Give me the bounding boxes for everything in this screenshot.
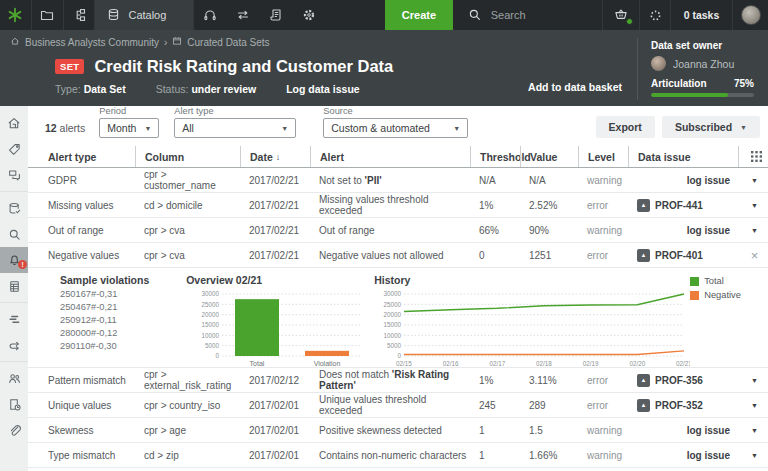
col-header-alert[interactable]: Alert (310, 146, 470, 167)
asset-header: Business Analysts Community › Curated Da… (0, 30, 768, 106)
data-basket-cart-icon[interactable] (602, 0, 639, 30)
row-expand-caret-icon[interactable]: ▼ (738, 202, 762, 209)
folder-icon[interactable] (32, 0, 64, 30)
sidebar-item-alerts[interactable]: ! (0, 247, 28, 273)
breadcrumb-separator: › (164, 37, 167, 48)
home-icon (9, 119, 19, 128)
row-expand-caret-icon[interactable]: ▼ (738, 427, 762, 434)
owner-label: Data set owner (651, 40, 754, 51)
table-row[interactable]: GDPRcpr > customer_name2017/02/21 Not se… (28, 168, 768, 193)
col-header-threshold[interactable]: Threshold (470, 146, 520, 167)
row-expand-caret-icon[interactable]: ▼ (738, 452, 762, 459)
table-row[interactable]: Skewnesscpr > age2017/02/01 Positive ske… (28, 418, 768, 443)
issue-badge[interactable]: ▲PROF-401 (628, 249, 738, 262)
script-log-icon[interactable] (260, 0, 293, 30)
sidebar-item-history-doc[interactable] (0, 391, 28, 417)
sidebar-item-home[interactable] (0, 110, 28, 136)
svg-text:10000: 10000 (384, 332, 402, 339)
row-expand-caret-icon[interactable]: ▼ (738, 227, 762, 234)
log-issue-link[interactable]: log issue (628, 175, 738, 186)
svg-text:Violation: Violation (314, 360, 341, 367)
col-header-level[interactable]: Level (578, 146, 628, 167)
column-settings-grid-icon[interactable] (738, 146, 762, 167)
col-header-alert-type[interactable]: Alert type (48, 146, 135, 167)
create-button[interactable]: Create (385, 0, 453, 30)
chevron-down-icon: ▼ (453, 125, 460, 132)
sidebar-item-tags[interactable] (0, 136, 28, 162)
sidebar-item-workflow-loop[interactable] (0, 332, 28, 358)
tasks-counter[interactable]: 0 tasks (670, 0, 732, 30)
col-header-date[interactable]: Date↓ (240, 146, 310, 167)
close-icon[interactable]: × (738, 249, 762, 262)
row-expand-caret-icon[interactable]: ▼ (738, 377, 762, 384)
alert-type-filter: Alert type All▼ (174, 106, 296, 138)
add-to-data-basket-link[interactable]: Add to data basket (528, 81, 622, 93)
nav-tab-catalog[interactable]: Catalog (95, 0, 194, 30)
sample-value: 250167#-0,31 (60, 288, 168, 301)
log-issue-link[interactable]: log issue (628, 425, 738, 436)
log-issue-link[interactable]: log issue (628, 450, 738, 461)
app-window: Catalog Create Search (0, 0, 768, 471)
col-header-column[interactable]: Column (135, 146, 240, 167)
period-label: Period (99, 106, 159, 116)
col-header-value[interactable]: Value (520, 146, 578, 167)
overview-chart: Overview 02/21 0500010000150002000025000… (186, 274, 366, 367)
breadcrumb-community[interactable]: Business Analysts Community (25, 37, 159, 48)
user-avatar (741, 5, 761, 25)
table-row[interactable]: Out of rangecpr > cva2017/02/21 Out of r… (28, 218, 768, 243)
alert-type-select[interactable]: All▼ (174, 118, 296, 138)
issue-icon: ▲ (637, 374, 650, 387)
legend-swatch-total (690, 277, 699, 286)
sidebar-item-comments[interactable] (0, 162, 28, 188)
articulation-label: Articulation (651, 78, 707, 89)
export-button[interactable]: Export (596, 116, 655, 138)
issue-icon: ▲ (637, 199, 650, 212)
log-data-issue-link[interactable]: Log data issue (286, 83, 360, 95)
search-placeholder: Search (491, 9, 526, 21)
issue-badge[interactable]: ▲PROF-441 (628, 199, 738, 212)
search-icon (467, 7, 482, 24)
gear-icon[interactable] (292, 0, 325, 30)
sidebar-item-search[interactable] (0, 221, 28, 247)
user-menu[interactable] (732, 0, 768, 30)
articulation-bar (651, 93, 754, 97)
history-chart: History 05000100001500020000250003000002… (374, 274, 690, 367)
col-header-data-issue[interactable]: Data issue (628, 146, 738, 167)
topbar-right-group: 0 tasks (602, 0, 768, 30)
subscribed-button[interactable]: Subscribed▼ (662, 116, 760, 138)
brand-logo-icon[interactable] (0, 0, 32, 30)
asset-status: Status:under review (156, 83, 256, 95)
sidebar-item-attachments[interactable] (0, 417, 28, 443)
svg-text:30000: 30000 (384, 290, 402, 297)
table-row-expanded[interactable]: Negative valuescpr > cva2017/02/21 Negat… (28, 243, 768, 268)
breadcrumb-section[interactable]: Curated Data Sets (187, 37, 269, 48)
table-row[interactable]: Unique valuescpr > country_iso2017/02/01… (28, 393, 768, 418)
table-row[interactable]: Pattern mismatchcpr > external_risk_rati… (28, 368, 768, 393)
owner-row[interactable]: Joanna Zhou (651, 56, 754, 71)
activity-spinner-icon[interactable] (639, 0, 670, 30)
sidebar-item-lineage[interactable] (0, 306, 28, 332)
issue-badge[interactable]: ▲PROF-352 (628, 399, 738, 412)
chart-legend: Total Negative (690, 274, 752, 367)
row-expand-caret-icon[interactable]: ▼ (738, 402, 762, 409)
sidebar-item-responsibilities[interactable] (0, 365, 28, 391)
overview-chart-title: Overview 02/21 (186, 274, 366, 286)
table-row[interactable]: Missing valuescd > domicile2017/02/21 Mi… (28, 193, 768, 218)
svg-text:25000: 25000 (202, 301, 220, 308)
svg-text:02/15: 02/15 (396, 360, 412, 367)
sidebar-item-report[interactable] (0, 273, 28, 299)
support-headset-icon[interactable] (194, 0, 227, 30)
period-select[interactable]: Month▼ (99, 118, 159, 138)
issue-badge[interactable]: ▲PROF-356 (628, 374, 738, 387)
hierarchy-icon[interactable] (64, 0, 96, 30)
alerts-badge: ! (18, 260, 27, 269)
swap-arrows-icon[interactable] (227, 0, 260, 30)
svg-text:02/16: 02/16 (443, 360, 459, 367)
search-input[interactable]: Search (453, 0, 602, 30)
source-select[interactable]: Custom & automated▼ (323, 118, 468, 138)
log-issue-link[interactable]: log issue (628, 225, 738, 236)
catalog-label: Catalog (128, 9, 166, 21)
table-row[interactable]: Type mismatchcd > zip2017/02/01 Contains… (28, 443, 768, 468)
row-expand-caret-icon[interactable]: ▼ (738, 177, 762, 184)
sidebar-item-data-quality[interactable] (0, 195, 28, 221)
